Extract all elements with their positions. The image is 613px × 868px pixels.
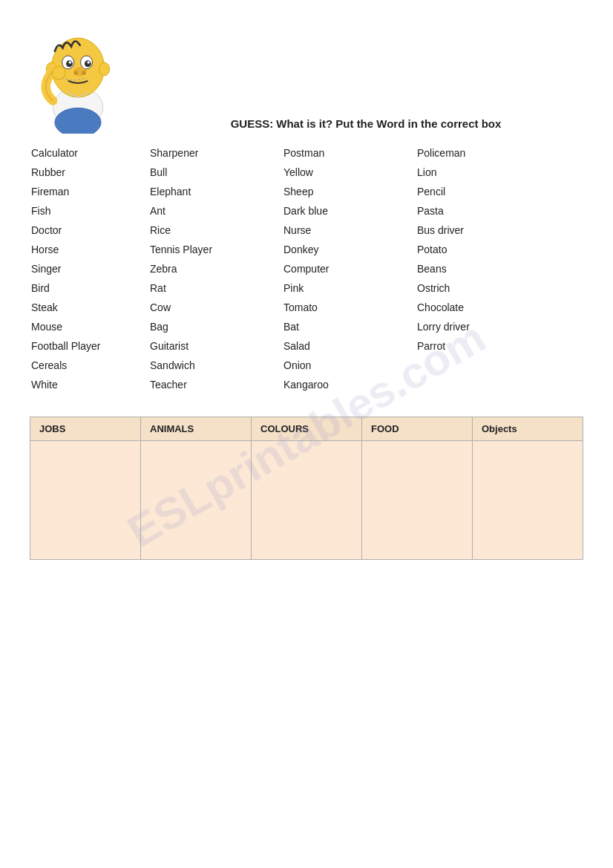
- word-item: Potato: [416, 240, 549, 259]
- word-item: White: [30, 375, 148, 394]
- word-item: Policeman: [416, 143, 549, 163]
- table-header-food: FOOD: [362, 417, 473, 441]
- word-item: Chocolate: [416, 298, 549, 317]
- word-item: Sandwich: [148, 356, 282, 375]
- svg-point-8: [69, 61, 72, 64]
- word-item: Elephant: [148, 182, 282, 201]
- svg-point-1: [55, 108, 101, 134]
- table-header-colours: COLOURS: [252, 417, 362, 441]
- word-item: Ostrich: [416, 278, 549, 298]
- word-item: Nurse: [282, 221, 416, 240]
- word-item: Parrot: [416, 336, 549, 356]
- word-item: Bag: [148, 317, 282, 336]
- word-item: Sheep: [282, 182, 416, 201]
- word-item: Cereals: [30, 356, 148, 375]
- word-item: Teacher: [148, 375, 282, 394]
- jobs-cell: [30, 441, 141, 560]
- word-item: Dark blue: [282, 201, 416, 221]
- word-item: Lorry driver: [416, 317, 549, 336]
- word-item: Fireman: [30, 182, 148, 201]
- word-item: Pink: [282, 278, 416, 298]
- word-item: Horse: [30, 240, 148, 259]
- colours-cell: [252, 441, 362, 560]
- word-list: CalculatorSharpenerPostmanPolicemanRubbe…: [30, 143, 583, 394]
- word-item: Cow: [148, 298, 282, 317]
- word-item: Mouse: [30, 317, 148, 336]
- word-item: Singer: [30, 259, 148, 278]
- table-header-jobs: JOBS: [30, 417, 141, 441]
- word-item: Bird: [30, 278, 148, 298]
- word-item: Bat: [282, 317, 416, 336]
- word-item: Computer: [282, 259, 416, 278]
- top-section: GUESS: What is it? Put the Word in the c…: [30, 15, 583, 136]
- table-body-row: [30, 441, 583, 560]
- word-item: Donkey: [282, 240, 416, 259]
- svg-point-9: [87, 61, 90, 64]
- word-item: Sharpener: [148, 143, 282, 163]
- word-item: Zebra: [148, 259, 282, 278]
- svg-point-14: [99, 62, 109, 76]
- table-section: JOBSANIMALSCOLOURSFOODObjects: [30, 417, 583, 560]
- word-item: Lion: [416, 163, 549, 182]
- word-item: Ant: [148, 201, 282, 221]
- word-item: Calculator: [30, 143, 148, 163]
- word-item: Rubber: [30, 163, 148, 182]
- word-item: Tennis Player: [148, 240, 282, 259]
- svg-point-11: [74, 71, 78, 75]
- word-item: Pasta: [416, 201, 549, 221]
- word-item: Bus driver: [416, 221, 549, 240]
- word-item: [416, 375, 549, 394]
- table-header-row: JOBSANIMALSCOLOURSFOODObjects: [30, 417, 583, 441]
- word-item: Steak: [30, 298, 148, 317]
- word-item: Bull: [148, 163, 282, 182]
- page-title: GUESS: What is it? Put the Word in the c…: [231, 117, 502, 130]
- category-table: JOBSANIMALSCOLOURSFOODObjects: [30, 417, 583, 560]
- title-area: GUESS: What is it? Put the Word in the c…: [148, 117, 583, 136]
- word-item: Guitarist: [148, 336, 282, 356]
- word-item: Yellow: [282, 163, 416, 182]
- animals-cell: [141, 441, 252, 560]
- homer-image-area: [30, 15, 148, 136]
- word-item: [416, 356, 549, 375]
- word-item: Kangaroo: [282, 375, 416, 394]
- objects-cell: [473, 441, 583, 560]
- word-item: Football Player: [30, 336, 148, 356]
- homer-icon: [30, 15, 126, 134]
- word-item: Doctor: [30, 221, 148, 240]
- word-item: Pencil: [416, 182, 549, 201]
- word-item: Fish: [30, 201, 148, 221]
- table-header-objects: Objects: [473, 417, 583, 441]
- word-item: Rat: [148, 278, 282, 298]
- food-cell: [362, 441, 473, 560]
- word-item: Beans: [416, 259, 549, 278]
- word-item: Tomato: [282, 298, 416, 317]
- svg-point-12: [82, 71, 85, 75]
- table-header-animals: ANIMALS: [141, 417, 252, 441]
- word-item: Postman: [282, 143, 416, 163]
- word-item: Salad: [282, 336, 416, 356]
- word-item: Rice: [148, 221, 282, 240]
- word-item: Onion: [282, 356, 416, 375]
